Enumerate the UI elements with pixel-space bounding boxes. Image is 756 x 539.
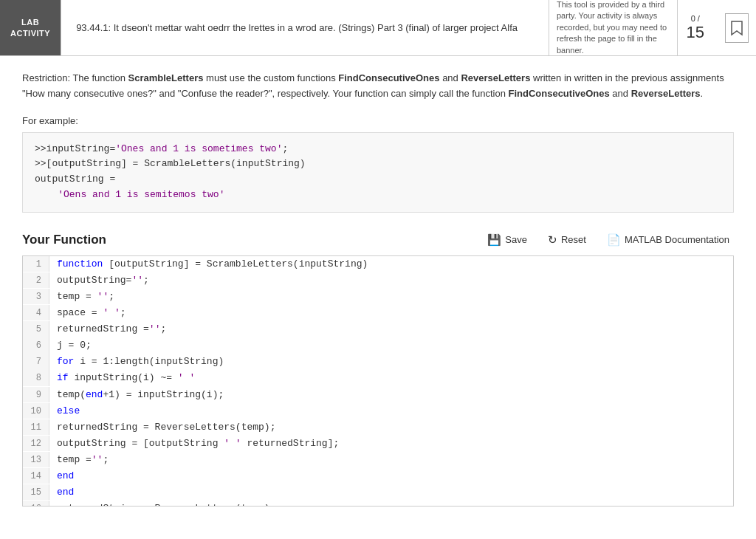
line-number: 3 [23,289,49,304]
example-line-4: 'Oens and 1 is semitemos two' [35,188,721,203]
table-row: 2outputString=''; [23,272,733,289]
lab-label-line1: LAB [21,17,39,27]
table-row: 9temp(end+1) = inputString(i); [23,387,733,403]
example-line-1: >>inputString='Ones and 1 is sometimes t… [35,142,721,157]
line-number: 10 [23,403,49,419]
lab-activity-label: LAB ACTIVITY [0,0,61,55]
restriction-period: . [701,88,704,99]
line-number: 15 [23,484,49,500]
reverse-fn2: ReverseLetters [631,88,701,99]
header: LAB ACTIVITY 93.44.1: It dseon't mettar … [0,0,756,56]
restriction-text: Restriction: The function ScrambleLetter… [22,71,734,102]
example-code-block: >>inputString='Ones and 1 is sometimes t… [22,132,734,213]
table-row: 12outputString = [outputString ' ' retur… [23,436,733,452]
line-code: else [49,403,80,419]
line-code: function [outputString] = ScrambleLetter… [49,256,368,272]
line-number: 7 [23,354,49,369]
example-label: For example: [22,115,734,126]
and-1: and [440,72,461,83]
line-number: 12 [23,436,49,451]
table-row: 3temp = ''; [23,289,733,305]
reset-button[interactable]: ↻ Reset [543,230,591,250]
line-code: returnedString =''; [49,321,166,337]
line-code: temp(end+1) = inputString(i); [49,387,224,403]
matlab-doc-button[interactable]: 📄 MATLAB Documentation [602,230,734,250]
table-row: 16returnedString = ReverseLetters(temp); [23,501,733,507]
your-function-title: Your Function [22,233,106,247]
line-code: temp =''; [49,452,109,468]
main-content: Restriction: The function ScrambleLetter… [0,56,756,539]
save-label: Save [505,234,527,245]
header-title: 93.44.1: It dseon't mettar waht oedrr th… [61,0,549,55]
header-right: This tool is provided by a third party. … [549,0,756,55]
line-number: 4 [23,305,49,320]
line-number: 16 [23,501,49,507]
line-code: for i = 1:length(inputString) [49,354,224,370]
table-row: 8if inputString(i) ~= ' ' [23,370,733,386]
line-number: 11 [23,419,49,435]
matlab-doc-icon: 📄 [607,233,621,247]
line-code: j = 0; [49,337,92,354]
table-row: 15end [23,484,733,501]
score-fraction: 0 / [691,14,700,23]
table-row: 4space = ' '; [23,305,733,321]
score-value: 15 [687,23,704,42]
lab-label-line2: ACTIVITY [10,28,50,38]
table-row: 6j = 0; [23,337,733,354]
find-fn: FindConsecutiveOnes [338,72,439,83]
line-number: 13 [23,452,49,467]
line-code: returnedString = ReverseLetters(temp); [49,501,275,507]
reset-icon: ↻ [548,233,557,247]
header-info-text: This tool is provided by a third party. … [557,0,671,56]
example-line-3: outputString = [35,172,721,188]
table-row: 5returnedString =''; [23,321,733,337]
line-number: 6 [23,337,49,353]
and-2: and [610,88,631,99]
line-code: temp = ''; [49,289,114,305]
line-code: outputString=''; [49,272,149,289]
code-editor[interactable]: 1function [outputString] = ScrambleLette… [22,255,734,507]
line-number: 2 [23,272,49,288]
line-code: returnedString = ReverseLetters(temp); [49,419,275,436]
reverse-fn: ReverseLetters [461,72,530,83]
score-badge: 0 / 15 [677,0,713,55]
table-row: 7for i = 1:length(inputString) [23,354,733,370]
restriction-prefix: Restriction: The function [22,72,128,83]
table-row: 1function [outputString] = ScrambleLette… [23,256,733,272]
table-row: 13temp =''; [23,452,733,468]
find-fn2: FindConsecutiveOnes [508,88,609,99]
toolbar-buttons: 💾 Save ↻ Reset 📄 MATLAB Documentation [483,230,734,250]
line-number: 8 [23,370,49,385]
matlab-doc-label: MATLAB Documentation [625,234,729,245]
line-number: 9 [23,387,49,402]
line-number: 14 [23,468,49,484]
line-number: 1 [23,256,49,272]
save-icon: 💾 [487,233,501,247]
restriction-must-use: must use the custom functions [203,72,338,83]
table-row: 10else [23,403,733,419]
example-line-2: >>[outputString] = ScrambleLetters(input… [35,157,721,172]
line-code: end [49,484,74,501]
reset-label: Reset [561,234,586,245]
line-code: if inputString(i) ~= ' ' [49,370,195,386]
scramble-fn: ScrambleLetters [128,72,204,83]
line-number: 5 [23,321,49,337]
table-row: 11returnedString = ReverseLetters(temp); [23,419,733,436]
line-code: outputString = [outputString ' ' returne… [49,436,339,452]
bookmark-icon[interactable] [725,13,749,43]
line-code: end [49,468,74,484]
line-code: space = ' '; [49,305,126,321]
your-function-header: Your Function 💾 Save ↻ Reset 📄 MATLAB Do… [22,230,734,250]
table-row: 14end [23,468,733,484]
save-button[interactable]: 💾 Save [483,230,532,250]
